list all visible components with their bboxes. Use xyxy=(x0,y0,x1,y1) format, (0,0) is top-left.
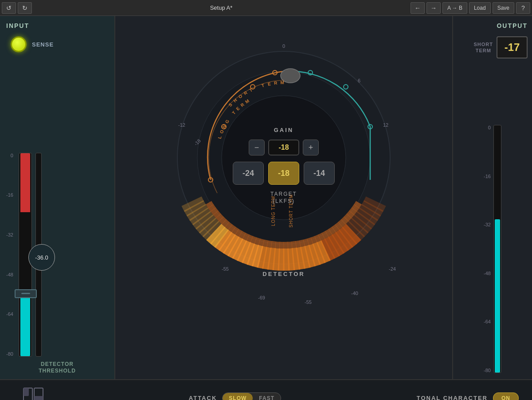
sense-row: SENSE xyxy=(11,36,54,52)
main-panel: INPUT SENSE 0 -16 -32 -48 -64 -80 -36.0 xyxy=(0,16,532,379)
short-term-section: SHORT TERM -17 xyxy=(458,36,528,58)
tonal-section: TONAL CHARACTER ON xyxy=(417,392,519,400)
tonal-on-button[interactable]: ON xyxy=(493,392,519,400)
back-button[interactable]: ← xyxy=(411,2,425,14)
attack-slow-button[interactable]: SLOW xyxy=(223,393,253,400)
gain-title: GAIN xyxy=(274,127,294,133)
gain-plus-button[interactable]: + xyxy=(303,140,319,155)
svg-rect-25 xyxy=(23,388,29,396)
output-scale-labels: 0 -16 -32 -48 -64 -80 xyxy=(484,125,491,373)
svg-text:6: 6 xyxy=(358,78,360,83)
toolbar-title: Setup A* xyxy=(34,4,409,11)
attack-btn-group: SLOW FAST xyxy=(222,392,281,400)
svg-text:0: 0 xyxy=(282,43,285,49)
forward-button[interactable]: → xyxy=(426,2,441,14)
ab-button[interactable]: A → B xyxy=(442,2,467,14)
fader-fill-cyan xyxy=(20,297,30,356)
target-btn-14[interactable]: -14 xyxy=(304,162,335,185)
output-panel: OUTPUT SHORT TERM -17 0 -16 -32 -48 -64 … xyxy=(452,16,532,379)
sense-knob[interactable] xyxy=(11,36,27,52)
target-btn-18[interactable]: -18 xyxy=(268,162,299,185)
svg-text:-55: -55 xyxy=(222,266,229,272)
svg-text:-12: -12 xyxy=(178,122,185,128)
logo-icon xyxy=(22,387,44,400)
logo-svg xyxy=(23,387,44,400)
save-button[interactable]: Save xyxy=(493,2,514,14)
bottom-bar: PLAYLISTRIDER ATTACK SLOW FAST TONAL CHA… xyxy=(0,379,532,400)
help-button[interactable]: ? xyxy=(516,2,530,14)
detector-threshold-label: DETECTOR THRESHOLD xyxy=(39,361,76,375)
target-row: -24 -18 -14 xyxy=(233,162,335,185)
output-scale: 0 -16 -32 -48 -64 -80 xyxy=(458,72,528,373)
tonal-label: TONAL CHARACTER xyxy=(417,395,488,400)
gain-minus-button[interactable]: − xyxy=(249,140,265,155)
load-button[interactable]: Load xyxy=(469,2,491,14)
fader-fill-red xyxy=(20,153,30,212)
gain-display: -18 xyxy=(268,140,299,155)
input-panel: INPUT SENSE 0 -16 -32 -48 -64 -80 -36.0 xyxy=(0,16,115,379)
gain-row: − -18 + xyxy=(249,140,319,155)
gain-controls: GAIN − -18 + -24 -18 -14 TARGET(LKFS) xyxy=(233,127,335,205)
target-label: TARGET(LKFS) xyxy=(270,191,297,205)
fader-value-display[interactable]: -36.0 xyxy=(28,244,55,271)
output-meter-fill xyxy=(495,219,500,373)
svg-text:-69: -69 xyxy=(258,295,265,300)
toolbar: ↺ ↻ Setup A* ← → A → B Load Save ? xyxy=(0,0,532,16)
attack-fast-button[interactable]: FAST xyxy=(253,393,281,400)
output-title: OUTPUT xyxy=(497,22,528,29)
fader-thumb[interactable] xyxy=(15,289,37,298)
sense-label: SENSE xyxy=(32,41,54,48)
svg-text:-40: -40 xyxy=(351,291,358,296)
short-term-display: -17 xyxy=(497,36,528,58)
fader-section: 0 -16 -32 -48 -64 -80 -36.0 xyxy=(6,61,108,357)
attack-label: ATTACK xyxy=(189,395,217,400)
svg-point-15 xyxy=(281,69,300,83)
center-panel: -18 0 6 12 -12 xyxy=(115,16,452,379)
short-term-label: SHORT TERM xyxy=(474,41,493,54)
input-title: INPUT xyxy=(6,22,29,29)
circle-area: -18 0 6 12 -12 xyxy=(146,20,421,304)
detector-label: DETECTOR xyxy=(262,271,305,277)
svg-text:-55: -55 xyxy=(305,299,312,304)
target-btn-24[interactable]: -24 xyxy=(233,162,264,185)
svg-text:-24: -24 xyxy=(389,266,396,272)
svg-text:12: 12 xyxy=(383,122,388,128)
attack-section: ATTACK SLOW FAST xyxy=(189,392,281,400)
input-scale: 0 -16 -32 -48 -64 -80 xyxy=(6,153,15,357)
redo-button[interactable]: ↻ xyxy=(18,2,32,14)
logo-area: PLAYLISTRIDER xyxy=(13,387,53,400)
output-meter-track xyxy=(493,125,501,373)
undo-button[interactable]: ↺ xyxy=(2,2,16,14)
